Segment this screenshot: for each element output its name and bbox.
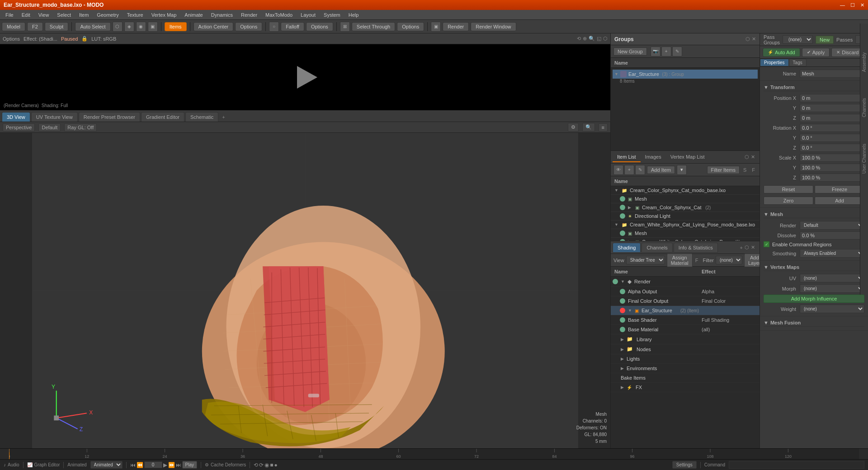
menu-item-texture[interactable]: Texture xyxy=(123,11,147,19)
rot-z-input[interactable] xyxy=(800,144,867,152)
shader-base-shader-row[interactable]: Base Shader Full Shading xyxy=(611,315,760,325)
strip-tab-user-channels[interactable]: User Channels xyxy=(861,142,868,175)
menu-item-item[interactable]: Item xyxy=(75,11,92,19)
menu-item-edit[interactable]: Edit xyxy=(18,11,34,19)
vis-dot[interactable] xyxy=(613,347,618,352)
shader-icon2[interactable]: ⬡ xyxy=(745,244,749,250)
pos-x-input[interactable] xyxy=(800,94,867,102)
prev-icon-3[interactable]: 🔍 xyxy=(589,36,595,42)
filter-select[interactable]: (none) xyxy=(716,256,742,264)
tab-vertex-map[interactable]: Vertex Map List xyxy=(666,152,709,162)
viewport-zoom-btn[interactable]: 🔍 xyxy=(582,123,595,132)
il-icon2[interactable]: + xyxy=(624,165,634,175)
pass-groups-select[interactable]: (none) xyxy=(783,35,813,44)
skip-end-btn[interactable]: ⏭ xyxy=(176,462,181,468)
tab-item-list[interactable]: Item List xyxy=(613,152,641,162)
render-select[interactable]: Default xyxy=(800,221,864,230)
vis-dot[interactable] xyxy=(613,366,618,371)
options-label[interactable]: Options xyxy=(3,36,20,42)
menu-item-help[interactable]: Help xyxy=(345,11,363,19)
shader-environments-row[interactable]: ▶ Environments xyxy=(611,364,760,373)
tool-icon-2[interactable]: ◈ xyxy=(124,22,134,32)
item-row-file2[interactable]: ▼ 📁 Cream_White_Sphynx_Cat_Lying_Pose_mo… xyxy=(611,221,760,229)
viewport-canvas[interactable]: X Y Z Mesh Channels: 0 xyxy=(0,133,610,448)
view-shader[interactable]: Default xyxy=(38,123,61,132)
pb-icon5[interactable]: ● xyxy=(274,462,278,468)
pos-y-input[interactable] xyxy=(800,104,867,112)
viewport-settings-btn[interactable]: ⚙ xyxy=(568,123,579,132)
vis-dot[interactable] xyxy=(620,327,625,332)
groups-icon1[interactable]: 📷 xyxy=(651,47,660,56)
menu-item-maxtomodo[interactable]: MaxToModo xyxy=(262,11,296,19)
auto-add-btn[interactable]: ⚡ Auto Add xyxy=(763,48,800,57)
uv-select[interactable]: (none) xyxy=(800,274,864,282)
shader-lights-row[interactable]: ▶ Lights xyxy=(611,354,760,364)
auto-select-btn[interactable]: Auto Select xyxy=(75,22,110,31)
shader-alpha-row[interactable]: Alpha Output Alpha xyxy=(611,287,760,296)
filter-items-btn[interactable]: Filter Items xyxy=(707,166,740,174)
select-through-btn[interactable]: Select Through xyxy=(352,22,395,31)
item-row-mesh3[interactable]: ▣ Mesh xyxy=(611,229,760,238)
menu-item-render[interactable]: Render xyxy=(237,11,261,19)
step-back-btn[interactable]: ⏪ xyxy=(137,462,143,468)
item-panel-icon2[interactable]: ✕ xyxy=(751,154,755,160)
rot-y-input[interactable] xyxy=(800,134,867,142)
render-btn[interactable]: Render xyxy=(443,22,469,31)
vis-dot[interactable] xyxy=(620,298,625,304)
vertex-maps-expand[interactable]: ▼ xyxy=(764,264,769,270)
item-row-mesh4[interactable]: ▶ ▣ Cream_White_Sphynx_Cat_Lying_Pose (2… xyxy=(611,238,760,241)
strip-tab-channels[interactable]: Channels xyxy=(861,96,868,119)
preview-content[interactable] xyxy=(0,44,610,110)
scale-y-input[interactable] xyxy=(800,164,867,172)
frame-input[interactable] xyxy=(144,461,162,468)
tool-icon-1[interactable]: ⬡ xyxy=(113,22,123,32)
item-row-mesh1[interactable]: ▣ Mesh xyxy=(611,195,760,203)
shader-icon1[interactable]: + xyxy=(740,245,743,250)
scale-x-input[interactable] xyxy=(800,154,867,162)
action-center-btn[interactable]: Action Center xyxy=(193,22,234,31)
prop-tab-properties[interactable]: Properties xyxy=(760,59,789,66)
model-btn[interactable]: Model xyxy=(2,22,25,31)
tab-images[interactable]: Images xyxy=(641,152,666,162)
shader-fx-row[interactable]: ▶ ⚡ FX xyxy=(611,383,760,392)
il-icon3[interactable]: ✎ xyxy=(635,165,645,175)
new-group-btn[interactable]: New Group xyxy=(613,47,647,56)
view-ray-gl[interactable]: Ray GL: Off xyxy=(64,123,97,132)
options1-btn[interactable]: Options xyxy=(235,22,262,31)
smoothing-select[interactable]: Always Enabled xyxy=(800,249,864,258)
audio-btn[interactable]: ♪ Audio xyxy=(4,462,19,467)
vis-dot[interactable] xyxy=(613,385,618,390)
shader-final-row[interactable]: Final Color Output Final Color xyxy=(611,296,760,306)
pos-z-input[interactable] xyxy=(800,114,867,122)
zero-btn[interactable]: Zero xyxy=(764,197,813,205)
tool-icon-4[interactable]: ▣ xyxy=(148,22,158,32)
stab-shading[interactable]: Shading xyxy=(613,243,641,253)
play-button[interactable] xyxy=(292,64,319,91)
pb-icon1[interactable]: ⟲ xyxy=(254,462,258,468)
add-tab-btn[interactable]: + xyxy=(219,113,227,122)
vis-dot[interactable] xyxy=(613,279,618,284)
render-window-btn[interactable]: Render Window xyxy=(471,22,516,31)
close-btn[interactable]: ✕ xyxy=(860,2,864,8)
menu-item-vertex map[interactable]: Vertex Map xyxy=(148,11,180,19)
il-icon1[interactable]: 👁 xyxy=(613,165,623,175)
skip-start-btn[interactable]: ⏮ xyxy=(130,462,136,468)
menu-item-dynamics[interactable]: Dynamics xyxy=(208,11,236,19)
menu-item-animate[interactable]: Animate xyxy=(181,11,206,19)
menu-item-layout[interactable]: Layout xyxy=(297,11,319,19)
graph-editor-btn[interactable]: 📈 Graph Editor xyxy=(27,462,60,467)
vis-dot[interactable] xyxy=(613,356,618,362)
play-label[interactable]: Play xyxy=(182,461,197,469)
f2-btn[interactable]: F2 xyxy=(27,22,43,31)
items-btn[interactable]: Items xyxy=(165,22,187,31)
falloff-btn[interactable]: Falloff xyxy=(281,22,304,31)
new-pass-btn[interactable]: New xyxy=(816,36,834,44)
play-btn[interactable]: ▶ xyxy=(163,462,167,468)
stab-channels[interactable]: Channels xyxy=(642,243,672,253)
assign-material-btn[interactable]: Assign Material xyxy=(667,254,693,267)
menu-item-select[interactable]: Select xyxy=(53,11,75,19)
viewport-option-btn[interactable]: ≡ xyxy=(599,123,608,132)
shader-base-material-row[interactable]: Base Material (all) xyxy=(611,325,760,334)
shader-nodes-row[interactable]: ▶ 📁 Nodes xyxy=(611,344,760,354)
tab-render-preset[interactable]: Render Preset Browser xyxy=(79,112,140,122)
